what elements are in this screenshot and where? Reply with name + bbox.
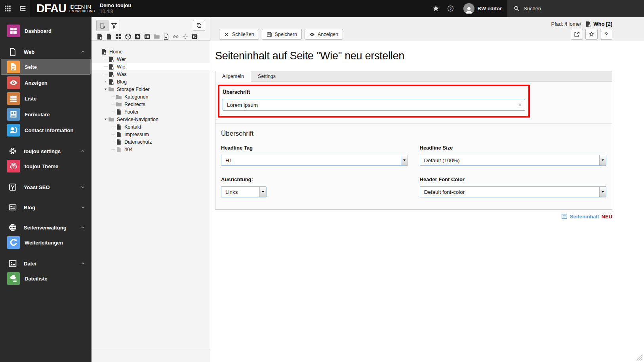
sidebar-item-liste[interactable]: Liste: [1, 91, 91, 106]
sidebar-group-datei[interactable]: Datei: [0, 256, 91, 271]
sidebar-item-formulare[interactable]: Formulare: [1, 106, 91, 122]
resize-grip-icon[interactable]: [636, 354, 643, 361]
page-icon: [108, 56, 114, 63]
heading-input[interactable]: [223, 99, 525, 111]
close-button[interactable]: Schließen: [219, 29, 259, 40]
save-button[interactable]: Speichern: [262, 29, 302, 40]
drag-new-shortcut-icon[interactable]: [163, 33, 170, 40]
sidebar-group-label: Web: [24, 49, 34, 55]
field-headline-tag: Headline Tag H1: [221, 145, 408, 166]
tab-allgemein[interactable]: Allgemein: [215, 71, 251, 82]
drag-new-plugin-cube-icon[interactable]: [125, 33, 131, 40]
tree-node-redirects[interactable]: Redirects: [91, 100, 210, 108]
global-search[interactable]: Suchen: [507, 0, 644, 17]
sidebar-item-label: Anzeigen: [25, 80, 48, 86]
eye-icon: [309, 32, 315, 37]
tree-node-blog[interactable]: Blog: [91, 78, 210, 85]
sidebar-item-seite[interactable]: Seite: [1, 59, 91, 75]
chevron-down-icon[interactable]: [80, 184, 86, 190]
highlighted-field-box: Überschrift ×: [218, 85, 530, 118]
bookmark-button[interactable]: [585, 29, 598, 40]
drag-new-mountpoint-icon[interactable]: [144, 33, 151, 40]
search-placeholder: Suchen: [524, 6, 541, 11]
sidebar-item-label: Contact Information: [25, 127, 74, 133]
drag-new-record-box-icon[interactable]: [191, 33, 198, 40]
filter-icon: [111, 23, 117, 29]
save-floppy-icon: [267, 32, 272, 37]
sidebar-item-weiterleitungen[interactable]: Weiterleitungen: [1, 235, 91, 250]
drag-new-spacer-icon[interactable]: [182, 33, 189, 40]
pagetree-toggle-button[interactable]: [15, 0, 30, 17]
brand-logo[interactable]: DFAU IDEEN IN ENTWICKLUNG: [30, 0, 100, 17]
sidebar-group-yoast-seo[interactable]: Yoast SEO: [0, 180, 91, 194]
dropdown-arrow-icon: [259, 187, 266, 197]
refresh-tree-button[interactable]: [193, 20, 205, 31]
headline-tag-select[interactable]: H1: [221, 155, 408, 166]
star-outline-icon: [589, 31, 594, 37]
tree-node-kategorien[interactable]: Kategorien: [91, 93, 210, 100]
header-font-color-select[interactable]: Default font-color: [420, 186, 607, 197]
chevron-down-icon[interactable]: [80, 205, 86, 210]
tree-node-home[interactable]: Home: [91, 48, 210, 55]
tree-node-service-navigation[interactable]: Service-Navigation: [91, 116, 210, 123]
tree-toggle-expanded-icon[interactable]: [103, 85, 108, 93]
content-module: Pfad: /Home/ Who [2] Schließen Speichern…: [210, 17, 644, 362]
doc-muted-icon: [116, 146, 122, 153]
username: BW editor: [478, 6, 502, 11]
tree-toggle-collapsed-icon[interactable]: [103, 78, 108, 85]
drag-new-grid-icon[interactable]: [115, 33, 122, 40]
sidebar-item-dashboard[interactable]: Dashboard: [1, 23, 91, 39]
chevron-up-icon[interactable]: [80, 261, 86, 266]
tree-node-impressum[interactable]: Impressum: [91, 131, 210, 138]
tree-node-storage-folder[interactable]: Storage Folder: [91, 85, 210, 93]
tree-connector: [111, 100, 116, 108]
help-menu-button[interactable]: ?: [443, 0, 458, 17]
tree-node-datenschutz[interactable]: Datenschutz: [91, 138, 210, 146]
tree-node-404[interactable]: 404: [91, 146, 210, 153]
drag-new-doc-icon[interactable]: [106, 33, 112, 40]
headline-size-select[interactable]: Default (100%): [420, 155, 607, 166]
new-page-button[interactable]: [97, 20, 108, 31]
filter-button[interactable]: [108, 20, 120, 31]
tree-connector: [103, 63, 108, 70]
sidebar-group-web[interactable]: Web: [0, 45, 91, 59]
tab-settings[interactable]: Settings: [251, 71, 282, 81]
tree-node-label: Kontakt: [124, 124, 141, 130]
sidebar-item-contact-information[interactable]: Contact Information: [1, 122, 91, 138]
sidebar-group-blog[interactable]: Blog: [0, 200, 91, 214]
view-button[interactable]: Anzeigen: [305, 29, 343, 40]
sidebar-item-dateiliste[interactable]: Dateiliste: [1, 271, 91, 286]
avatar: [463, 3, 474, 14]
sidebar-item-anzeigen[interactable]: Anzeigen: [1, 75, 91, 91]
sidebar-item-toujou-theme[interactable]: toujou Theme: [1, 158, 91, 174]
tree-node-wie[interactable]: Wie: [91, 63, 210, 70]
drag-new-page-icon[interactable]: [96, 33, 103, 40]
tree-toggle-expanded-icon[interactable]: [103, 116, 108, 123]
chevron-up-icon[interactable]: [80, 49, 86, 55]
tree-node-kontakt[interactable]: Kontakt: [91, 123, 210, 131]
tree-node-label: Datenschutz: [124, 139, 152, 145]
new-page-icon: [99, 23, 106, 29]
bookmarks-button[interactable]: [429, 0, 443, 17]
pagetree: HomeWerWieWasBlogStorage FolderKategorie…: [91, 48, 210, 153]
docheader-help-button[interactable]: ?: [600, 29, 612, 40]
user-menu[interactable]: BW editor: [458, 0, 507, 17]
new-content-link[interactable]: Seiteninhalt NEU: [215, 213, 612, 220]
chevron-up-icon[interactable]: [80, 225, 86, 230]
alignment-select[interactable]: Links: [221, 186, 267, 197]
tree-node-was[interactable]: Was: [91, 70, 210, 78]
image-icon: [8, 259, 17, 268]
star-icon: [433, 5, 439, 12]
open-in-new-window-button[interactable]: [571, 29, 583, 40]
modulemenu-toggle-button[interactable]: [0, 0, 15, 17]
tree-node-wer[interactable]: Wer: [91, 55, 210, 63]
sidebar-group-toujou-settings[interactable]: toujou settings: [0, 144, 91, 158]
field-label: Ausrichtung:: [221, 176, 408, 182]
drag-new-folder-icon[interactable]: [153, 33, 160, 40]
chevron-up-icon[interactable]: [80, 148, 86, 154]
tree-node-footer[interactable]: Footer: [91, 108, 210, 116]
sidebar-group-seitenverwaltung[interactable]: Seitenverwaltung: [0, 220, 91, 235]
clear-input-icon[interactable]: ×: [518, 102, 522, 108]
drag-new-link-icon[interactable]: [172, 33, 179, 40]
drag-new-star-badge-icon[interactable]: [134, 33, 141, 40]
